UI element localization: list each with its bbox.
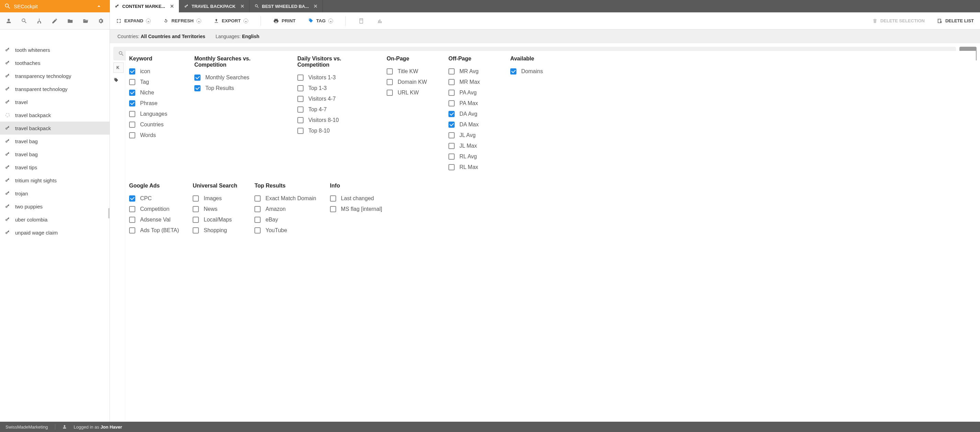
checkbox-top-8-10[interactable]: Top 8-10 [298,125,373,136]
checkbox-top-4-7[interactable]: Top 4-7 [298,104,373,115]
checkbox-label: Images [204,195,221,202]
brand-header[interactable]: SECockpit [0,0,110,12]
tree-icon[interactable] [36,18,43,24]
checkbox-shopping[interactable]: Shopping [192,225,241,236]
add-user-icon[interactable] [5,18,12,24]
tab-1[interactable]: TRAVEL BACKPACK✕ [179,0,250,12]
checkbox-adsense-val[interactable]: Adsense Val [129,214,179,225]
tab-2[interactable]: BEST WHEELED BA...✕ [250,0,323,12]
checkbox-ms-flag-internal-[interactable]: MS flag [internal] [330,204,382,214]
folder-add-icon[interactable] [67,18,73,24]
checkbox-title-kw[interactable]: Title KW [387,66,435,77]
sidebar-item[interactable]: travel tips [0,161,110,174]
checkbox-label: CPC [140,195,152,202]
folder-open-icon[interactable] [83,18,89,24]
column-group: Universal SearchImagesNewsLocal/MapsShop… [192,183,241,236]
sidebar-item[interactable]: tooth whiteners [0,43,110,56]
close-icon[interactable]: ✕ [313,3,318,9]
pen-icon[interactable] [51,18,58,24]
languages-filter[interactable]: Languages: English [216,33,259,39]
close-icon[interactable]: ✕ [170,3,174,9]
sidebar-item[interactable]: travel backpack [0,121,110,135]
close-icon[interactable]: ✕ [240,3,245,9]
checkbox-competition[interactable]: Competition [129,204,179,214]
sidebar-item[interactable]: travel bag [0,135,110,148]
checkbox-ads-top-beta-[interactable]: Ads Top (BETA) [129,225,179,236]
gear-icon[interactable] [97,18,104,24]
keyword-sidebar[interactable]: tooth whitenerstoothachestransparency te… [0,43,110,422]
column-group: AvailableDomains [510,56,558,172]
checkbox-icon [298,128,304,134]
sidebar-item[interactable]: travel backpack [0,108,110,121]
countries-filter[interactable]: Countries: All Countries and Territories [118,33,205,39]
checkbox-phrase[interactable]: Phrase [129,98,181,108]
export-button[interactable]: EXPORT ⌄ [213,18,248,24]
checkbox-pa-avg[interactable]: PA Avg [449,87,496,98]
sidebar-item[interactable]: transparent technology [0,83,110,96]
checkbox-words[interactable]: Words [129,130,181,140]
checkbox-label: MR Max [460,79,480,85]
checkbox-mr-max[interactable]: MR Max [449,77,496,87]
checkbox-icon [298,117,304,123]
checkbox-last-changed[interactable]: Last changed [330,193,382,204]
checkbox-tag[interactable]: Tag [129,77,181,87]
checkbox-top-results[interactable]: Top Results [194,83,284,93]
checkbox-cpc[interactable]: CPC [129,193,179,204]
checkbox-mr-avg[interactable]: MR Avg [449,66,496,77]
key-icon [115,4,119,9]
checkbox-local-maps[interactable]: Local/Maps [192,214,241,225]
sidebar-item[interactable]: travel bag [0,148,110,161]
sidebar-item[interactable]: toothaches [0,56,110,69]
checkbox-icon[interactable]: icon [129,66,181,77]
checkbox-languages[interactable]: Languages [129,108,181,119]
main-content: K KeywordiconTagNichePhraseLanguagesCoun… [110,43,980,422]
checkbox-visitors-1-3[interactable]: Visitors 1-3 [298,72,373,83]
sidebar-item[interactable]: uber colombia [0,213,110,226]
checkbox-icon [129,195,135,202]
checkbox-countries[interactable]: Countries [129,119,181,130]
checkbox-exact-match-domain[interactable]: Exact Match Domain [255,193,316,204]
sidebar-item[interactable]: travel [0,96,110,108]
checkbox-da-max[interactable]: DA Max [449,119,496,130]
sidebar-item[interactable]: tritium night sights [0,174,110,187]
calculator-icon[interactable] [358,18,364,24]
checkbox-images[interactable]: Images [192,193,241,204]
checkbox-icon [129,89,135,96]
chart-icon[interactable] [377,18,383,24]
key-icon [5,204,10,209]
checkbox-rl-avg[interactable]: RL Avg [449,151,496,162]
checkbox-visitors-8-10[interactable]: Visitors 8-10 [298,115,373,125]
checkbox-da-avg[interactable]: DA Avg [449,108,496,119]
sidebar-item[interactable]: transparency technology [0,69,110,83]
tag-button[interactable]: TAG ⌄ [308,18,333,24]
delete-selection-button[interactable]: DELETE SELECTION [872,18,925,24]
checkbox-niche[interactable]: Niche [129,87,181,98]
delete-list-button[interactable]: DELETE LIST [937,18,974,24]
checkbox-ebay[interactable]: eBay [255,214,316,225]
checkbox-monthly-searches[interactable]: Monthly Searches [194,72,284,83]
checkbox-pa-max[interactable]: PA Max [449,98,496,108]
checkbox-top-1-3[interactable]: Top 1-3 [298,83,373,93]
trash-icon [872,18,878,24]
sidebar-item-label: uber colombia [15,217,48,223]
refresh-button[interactable]: REFRESH ⌄ [163,18,201,24]
checkbox-label: MS flag [internal] [341,206,382,212]
print-button[interactable]: PRINT [273,18,296,24]
checkbox-url-kw[interactable]: URL KW [387,87,435,98]
sidebar-item[interactable]: trojan [0,187,110,200]
table-header-cell[interactable]: K [113,62,124,73]
tab-0[interactable]: CONTENT MARKE...✕ [110,0,179,12]
checkbox-domain-kw[interactable]: Domain KW [387,77,435,87]
expand-button[interactable]: EXPAND ⌄ [116,18,151,24]
checkbox-amazon[interactable]: Amazon [255,204,316,214]
checkbox-domains[interactable]: Domains [510,66,558,77]
checkbox-youtube[interactable]: YouTube [255,225,316,236]
add-search-icon[interactable] [21,18,27,24]
sidebar-item[interactable]: two puppies [0,200,110,213]
checkbox-news[interactable]: News [192,204,241,214]
checkbox-jl-max[interactable]: JL Max [449,140,496,151]
checkbox-rl-max[interactable]: RL Max [449,162,496,172]
sidebar-item[interactable]: unpaid wage claim [0,226,110,239]
checkbox-visitors-4-7[interactable]: Visitors 4-7 [298,93,373,104]
checkbox-jl-avg[interactable]: JL Avg [449,130,496,140]
